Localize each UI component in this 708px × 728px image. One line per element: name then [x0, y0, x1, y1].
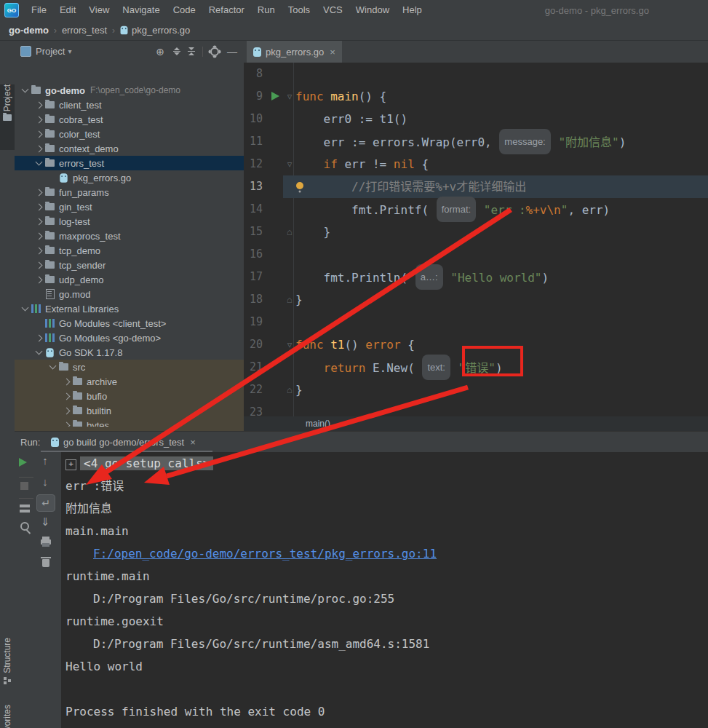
editor-line-15[interactable]: 15⌂ } [244, 221, 708, 243]
fold-marker-icon[interactable]: ⌂ [285, 288, 295, 311]
toolbar-tab-project[interactable]: Project [0, 84, 15, 150]
tree-item-go-modules-client-test[interactable]: Go Modules <client_test> [15, 316, 244, 331]
menu-item-navigate[interactable]: Navigate [116, 0, 166, 20]
chevron-right-icon[interactable] [36, 261, 43, 269]
chevron-right-icon[interactable] [36, 203, 43, 210]
tree-item-context-demo[interactable]: context_demo [15, 141, 244, 156]
tree-item-go-sdk-1-17-8[interactable]: Go SDK 1.17.8 [15, 345, 244, 360]
clear-all-button[interactable] [42, 559, 49, 567]
toolbar-tab-structure[interactable]: Structure [0, 638, 15, 684]
up-stack-trace-button[interactable]: ↑ [38, 454, 52, 467]
chevron-right-icon[interactable] [36, 130, 43, 138]
chevron-right-icon[interactable] [63, 378, 71, 385]
tree-item-udp-demo[interactable]: udp_demo [15, 272, 244, 287]
tree-item-builtin[interactable]: builtin [15, 403, 244, 418]
chevron-down-icon[interactable] [36, 159, 43, 166]
chevron-right-icon[interactable] [36, 116, 43, 123]
console-line-5[interactable]: F:/open_code/go-demo/errors_test/pkg_err… [61, 542, 708, 565]
tree-item-go-mod[interactable]: go.mod [15, 287, 244, 301]
tree-item-gin-test[interactable]: gin_test [15, 199, 244, 214]
project-panel-title[interactable]: Project [36, 46, 65, 57]
breadcrumb-item-errors-test[interactable]: errors_test [62, 25, 107, 36]
tree-item-src[interactable]: src [15, 360, 244, 374]
collapse-all-icon[interactable] [188, 47, 195, 56]
tree-item-bufio[interactable]: bufio [15, 389, 244, 403]
tree-item-log-test[interactable]: log-test [15, 214, 244, 229]
tree-item-go-demo[interactable]: go-demoF:\open_code\go-demo [15, 83, 244, 98]
menu-item-refactor[interactable]: Refactor [202, 0, 251, 20]
down-stack-trace-button[interactable]: ↓ [38, 475, 52, 488]
close-icon[interactable]: × [190, 437, 196, 448]
editor-line-11[interactable]: 11 err := errors.Wrap(err0, message: "附加… [244, 130, 708, 153]
stacktrace-link[interactable]: F:/open_code/go-demo/errors_test/pkg_err… [93, 547, 437, 561]
chevron-down-icon[interactable]: ▾ [68, 47, 71, 55]
chevron-down-icon[interactable] [36, 348, 43, 355]
chevron-down-icon[interactable] [22, 304, 29, 312]
chevron-right-icon[interactable] [36, 101, 43, 108]
editor-line-16[interactable]: 16 [244, 243, 708, 266]
editor-tab-pkg-errors[interactable]: pkg_errors.go × [247, 41, 342, 63]
chevron-right-icon[interactable] [63, 407, 71, 414]
scroll-to-end-button[interactable]: ⇓ [38, 515, 52, 529]
editor-line-21[interactable]: 21 return E.New( text: "错误") [244, 356, 708, 379]
tree-item-tcp-sender[interactable]: tcp_sender [15, 258, 244, 272]
print-button[interactable] [41, 539, 51, 545]
tree-item-tcp-demo[interactable]: tcp_demo [15, 243, 244, 258]
chevron-right-icon[interactable] [36, 218, 43, 225]
run-tab[interactable]: go build go-demo/errors_test × [51, 432, 196, 453]
pin-tab-button[interactable] [20, 522, 29, 531]
tree-item-cobra-test[interactable]: cobra_test [15, 112, 244, 127]
editor-line-10[interactable]: 10 err0 := t1() [244, 108, 708, 130]
editor-line-8[interactable]: 8 [244, 63, 708, 85]
menu-item-code[interactable]: Code [167, 0, 202, 20]
breadcrumb-item-go-demo[interactable]: go-demo [9, 25, 49, 36]
tree-item-maxprocs-test[interactable]: maxprocs_test [15, 229, 244, 243]
menu-item-tools[interactable]: Tools [282, 0, 317, 20]
breadcrumb-main-function[interactable]: main() [306, 416, 330, 431]
chevron-right-icon[interactable] [36, 247, 43, 254]
fold-marker-icon[interactable]: ⌂ [285, 379, 295, 401]
stop-button[interactable] [20, 482, 28, 490]
gear-icon[interactable] [210, 47, 219, 56]
hide-panel-icon[interactable]: — [226, 46, 238, 58]
console-line-1[interactable]: +<4 go setup calls> [61, 452, 708, 475]
expand-fold-icon[interactable]: + [65, 459, 76, 470]
soft-wrap-button[interactable]: ↵ [36, 494, 55, 512]
editor-line-18[interactable]: 18⌂} [244, 288, 708, 311]
tree-item-fun-params[interactable]: fun_params [15, 185, 244, 199]
menu-item-vcs[interactable]: VCS [317, 0, 349, 20]
chevron-down-icon[interactable] [22, 86, 29, 93]
menu-item-help[interactable]: Help [396, 0, 429, 20]
restore-layout-button[interactable] [20, 505, 30, 507]
tree-item-archive[interactable]: archive [15, 374, 244, 389]
menu-item-edit[interactable]: Edit [53, 0, 82, 20]
editor-line-17[interactable]: 17 fmt.Println( a…: "Hello world") [244, 266, 708, 288]
tree-item-errors-test[interactable]: errors_test [15, 156, 244, 170]
tree-item-go-modules-go-demo[interactable]: Go Modules <go-demo> [15, 331, 244, 345]
menu-item-run[interactable]: Run [251, 0, 282, 20]
menu-item-file[interactable]: File [25, 0, 53, 20]
breadcrumb-item-pkg-errors-go[interactable]: pkg_errors.go [132, 25, 190, 36]
console-fold-region[interactable]: <4 go setup calls> [80, 456, 213, 470]
chevron-right-icon[interactable] [36, 145, 43, 152]
menu-item-view[interactable]: View [82, 0, 116, 20]
chevron-down-icon[interactable] [49, 363, 57, 370]
run-console[interactable]: +<4 go setup calls>err :错误附加信息main.mainF… [61, 452, 708, 728]
editor-line-22[interactable]: 22⌂} [244, 379, 708, 401]
chevron-right-icon[interactable] [36, 189, 43, 196]
chevron-right-icon[interactable] [63, 392, 71, 400]
tree-item-client-test[interactable]: client_test [15, 98, 244, 112]
editor-line-20[interactable]: 20▿func t1() error { [244, 333, 708, 356]
editor-line-19[interactable]: 19 [244, 311, 708, 333]
editor-line-14[interactable]: 14 fmt.Printf( format: "err :%+v\n", err… [244, 198, 708, 221]
close-icon[interactable]: × [330, 47, 335, 58]
expand-all-icon[interactable] [173, 47, 180, 56]
tree-item-pkg-errors-go[interactable]: pkg_errors.go [15, 170, 244, 185]
fold-marker-icon[interactable]: ⌂ [285, 221, 295, 243]
select-opened-file-icon[interactable]: ⊕ [154, 46, 166, 58]
fold-marker-icon[interactable]: ▿ [285, 153, 295, 175]
editor-line-12[interactable]: 12▿ if err != nil { [244, 153, 708, 175]
chevron-right-icon[interactable] [36, 334, 43, 341]
menu-item-window[interactable]: Window [349, 0, 396, 20]
rerun-button[interactable] [19, 458, 27, 467]
